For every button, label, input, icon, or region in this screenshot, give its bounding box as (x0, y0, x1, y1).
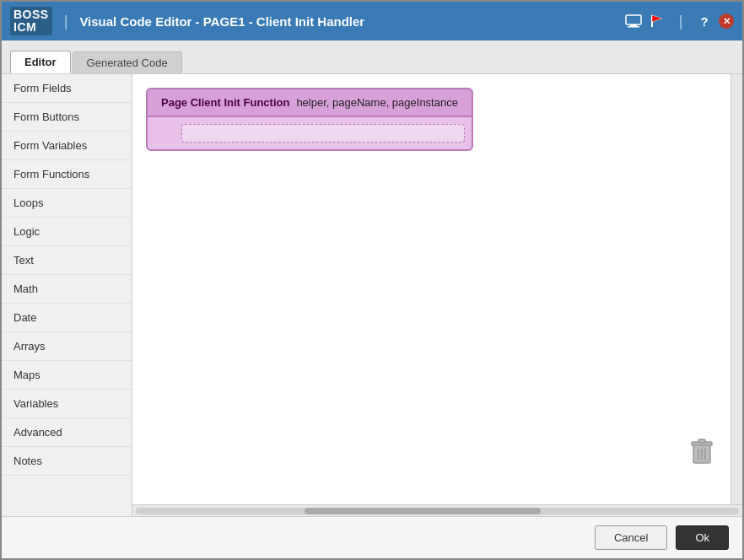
sidebar-item-math[interactable]: Math (2, 275, 132, 304)
scrollbar-track (136, 508, 739, 514)
svg-rect-7 (698, 439, 705, 443)
block-params: helper, pageName, pageInstance (296, 96, 458, 109)
svg-rect-2 (628, 26, 639, 28)
main-area: Form Fields Form Buttons Form Variables … (2, 74, 742, 516)
sidebar-item-notes[interactable]: Notes (2, 447, 132, 476)
content-with-scroll: Page Client Init Function helper, pageNa… (132, 74, 742, 516)
sidebar-item-form-variables[interactable]: Form Variables (2, 132, 132, 160)
sidebar-item-text[interactable]: Text (2, 246, 132, 275)
vertical-scrollbar[interactable] (731, 74, 742, 504)
sidebar-item-form-functions[interactable]: Form Functions (2, 160, 132, 189)
svg-marker-4 (652, 15, 662, 22)
sidebar-item-date[interactable]: Date (2, 304, 132, 332)
sidebar-item-advanced[interactable]: Advanced (2, 418, 132, 447)
svg-rect-0 (626, 15, 641, 24)
logo: boss icm (10, 7, 52, 36)
horizontal-scrollbar[interactable] (132, 504, 742, 516)
logo-line1: boss (13, 8, 49, 21)
help-icon[interactable]: ? (695, 12, 714, 30)
main-window: boss icm | Visual Code Editor - PAGE1 - … (0, 0, 744, 560)
divider-bar: | (671, 12, 690, 30)
sidebar-item-loops[interactable]: Loops (2, 189, 132, 218)
scrollbar-thumb (305, 508, 541, 514)
ok-button[interactable]: Ok (676, 525, 729, 550)
close-button[interactable]: ✕ (719, 13, 734, 29)
sidebar-item-form-buttons[interactable]: Form Buttons (2, 103, 132, 132)
sidebar-item-form-fields[interactable]: Form Fields (2, 74, 132, 103)
tab-generated-code[interactable]: Generated Code (73, 51, 182, 73)
titlebar-left: boss icm | Visual Code Editor - PAGE1 - … (10, 7, 364, 36)
sidebar-item-logic[interactable]: Logic (2, 218, 132, 246)
monitor-icon[interactable] (624, 12, 643, 30)
bottom-bar: Cancel Ok (2, 516, 742, 558)
canvas[interactable]: Page Client Init Function helper, pageNa… (132, 74, 731, 504)
tabs-bar: Editor Generated Code (2, 40, 742, 74)
sidebar-item-maps[interactable]: Maps (2, 361, 132, 390)
flag-icon[interactable] (648, 12, 666, 30)
block-container: Page Client Init Function helper, pageNa… (146, 88, 473, 151)
titlebar-controls: | ? ✕ (624, 12, 734, 30)
sidebar: Form Fields Form Buttons Form Variables … (2, 74, 132, 516)
content-row: Page Client Init Function helper, pageNa… (132, 74, 742, 504)
sidebar-item-arrays[interactable]: Arrays (2, 332, 132, 361)
svg-rect-1 (630, 24, 637, 26)
titlebar: boss icm | Visual Code Editor - PAGE1 - … (2, 2, 742, 40)
logo-line2: icm (13, 21, 49, 34)
sidebar-item-variables[interactable]: Variables (2, 390, 132, 418)
block-header: Page Client Init Function helper, pageNa… (146, 88, 473, 117)
title-divider: | (64, 13, 68, 30)
content-area: Page Client Init Function helper, pageNa… (132, 74, 742, 516)
block-inner-slot (181, 124, 465, 143)
titlebar-title: Visual Code Editor - PAGE1 - Client Init… (79, 14, 364, 29)
tab-editor[interactable]: Editor (10, 51, 71, 73)
block-body (146, 117, 473, 151)
block-label: Page Client Init Function (161, 96, 289, 109)
cancel-button[interactable]: Cancel (595, 525, 667, 550)
trash-icon[interactable] (690, 438, 714, 471)
